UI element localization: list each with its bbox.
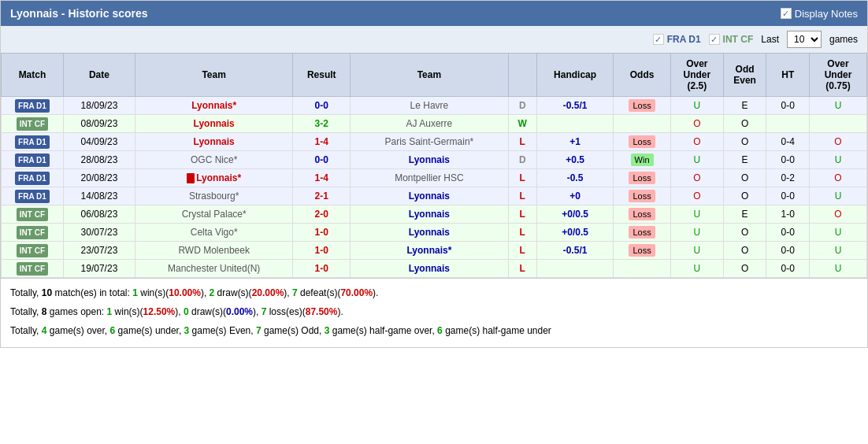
odds-cell — [614, 260, 671, 278]
ht-cell: 0-0 — [766, 224, 810, 242]
main-container: Lyonnais - Historic scores ✓ Display Not… — [0, 0, 868, 348]
handicap-cell — [536, 115, 613, 133]
ou075-cell: U — [810, 151, 867, 169]
date-cell: 18/09/23 — [63, 97, 135, 115]
comp-cell: FRA D1 — [2, 169, 64, 187]
wl-cell: L — [508, 133, 536, 151]
date-cell: 06/08/23 — [63, 205, 135, 224]
odds-badge: Win — [631, 154, 654, 166]
result-cell: 0-0 — [293, 151, 351, 169]
oe-cell: E — [723, 97, 766, 115]
odds-badge: Loss — [629, 190, 655, 202]
odds-badge: Loss — [629, 135, 655, 148]
summary-line-2: Totally, 8 games open: 1 win(s)(12.50%),… — [10, 304, 858, 321]
comp-badge: INT CF — [17, 244, 48, 257]
ht-cell: 1-0 — [766, 205, 810, 224]
oe-cell: O — [723, 115, 766, 133]
result-cell: 0-0 — [293, 97, 351, 115]
oe-cell: O — [723, 187, 766, 205]
odds-cell — [614, 115, 671, 133]
fra-d1-checkbox[interactable]: ✓ — [653, 34, 664, 45]
open-losses: 7 — [262, 306, 267, 317]
handicap-cell: +1 — [536, 133, 613, 151]
team1-cell: Lyonnais* — [135, 169, 292, 187]
col-date: Date — [63, 54, 135, 97]
comp-cell: INT CF — [2, 115, 64, 133]
team2-cell: Lyonnais* — [351, 242, 508, 260]
comp-badge: FRA D1 — [15, 135, 50, 149]
date-cell: 04/09/23 — [63, 133, 135, 151]
result-cell: 1-0 — [293, 224, 351, 242]
games-select[interactable]: 5 10 15 20 25 30 — [787, 31, 822, 48]
team2-cell: Lyonnais — [351, 187, 508, 205]
col-ou25: OverUnder(2.5) — [670, 54, 723, 97]
handicap-cell: +0/0.5 — [536, 205, 613, 224]
display-notes-label: Display Notes — [795, 8, 858, 20]
odds-cell: Loss — [614, 187, 671, 205]
oe-cell: E — [723, 205, 766, 224]
open-wins: 1 — [107, 306, 113, 317]
comp-badge: FRA D1 — [15, 190, 50, 203]
date-cell: 14/08/23 — [63, 187, 135, 205]
wl-cell: D — [508, 151, 536, 169]
ou075-cell: O — [810, 205, 867, 224]
wl-cell: D — [508, 97, 536, 115]
wl-cell: L — [508, 205, 536, 224]
team1-cell: Lyonnais* — [135, 97, 292, 115]
handicap-cell: -0.5 — [536, 169, 613, 187]
wl-cell: L — [508, 187, 536, 205]
int-cf-checkbox[interactable]: ✓ — [709, 34, 720, 45]
draws-pct: 20.00% — [252, 287, 284, 298]
col-match: Match — [2, 54, 64, 97]
total-defeats: 7 — [292, 287, 298, 298]
last-label: Last — [761, 34, 779, 45]
fra-d1-label: FRA D1 — [667, 34, 701, 45]
odds-cell: Loss — [614, 133, 671, 151]
open-wins-pct: 12.50% — [143, 306, 176, 317]
ou25-cell: U — [670, 151, 723, 169]
fra-d1-filter[interactable]: ✓ FRA D1 — [653, 34, 701, 45]
table-row: FRA D120/08/23Lyonnais*1-4Montpellier HS… — [2, 169, 867, 187]
display-notes-checkbox[interactable]: ✓ — [781, 8, 792, 19]
col-handicap: Handicap — [536, 54, 613, 97]
ht-cell: 0-0 — [766, 260, 810, 278]
result-cell: 1-4 — [293, 133, 351, 151]
scores-table: Match Date Team Result Team Handicap Odd… — [1, 53, 867, 278]
ou25-cell: U — [670, 260, 723, 278]
display-notes-toggle[interactable]: ✓ Display Notes — [781, 8, 858, 20]
ht-cell — [766, 115, 810, 133]
total-under: 6 — [110, 325, 116, 336]
wl-cell: L — [508, 224, 536, 242]
table-row: FRA D118/09/23Lyonnais*0-0Le HavreD-0.5/… — [2, 97, 867, 115]
summary-line-3: Totally, 4 game(s) over, 6 game(s) under… — [10, 323, 858, 340]
date-cell: 20/08/23 — [63, 169, 135, 187]
table-row: INT CF19/07/23Manchester United(N)1-0Lyo… — [2, 260, 867, 278]
ou25-cell: O — [670, 187, 723, 205]
team1-cell: Strasbourg* — [135, 187, 292, 205]
odds-badge: Loss — [629, 244, 655, 257]
team1-cell: Manchester United(N) — [135, 260, 292, 278]
ou25-cell: U — [670, 224, 723, 242]
ou075-cell: O — [810, 169, 867, 187]
defeats-pct: 70.00% — [340, 287, 373, 298]
comp-cell: FRA D1 — [2, 97, 64, 115]
int-cf-filter[interactable]: ✓ INT CF — [709, 34, 754, 45]
oe-cell: O — [723, 242, 766, 260]
open-draws: 0 — [184, 306, 189, 317]
date-cell: 28/08/23 — [63, 151, 135, 169]
comp-badge: INT CF — [17, 117, 48, 131]
result-cell: 3-2 — [293, 115, 351, 133]
result-cell: 2-1 — [293, 187, 351, 205]
oe-cell: O — [723, 260, 766, 278]
team2-cell: Lyonnais — [351, 260, 508, 278]
handicap-cell: -0.5/1 — [536, 97, 613, 115]
col-ht: HT — [766, 54, 810, 97]
total-even: 3 — [184, 325, 190, 336]
col-wl — [508, 54, 536, 97]
odds-cell: Loss — [614, 224, 671, 242]
handicap-cell: -0.5/1 — [536, 242, 613, 260]
comp-badge: FRA D1 — [15, 154, 50, 167]
summary-line-1: Totally, 10 match(es) in total: 1 win(s)… — [10, 285, 858, 302]
team2-cell: Paris Saint-Germain* — [351, 133, 508, 151]
handicap-cell — [536, 260, 613, 278]
